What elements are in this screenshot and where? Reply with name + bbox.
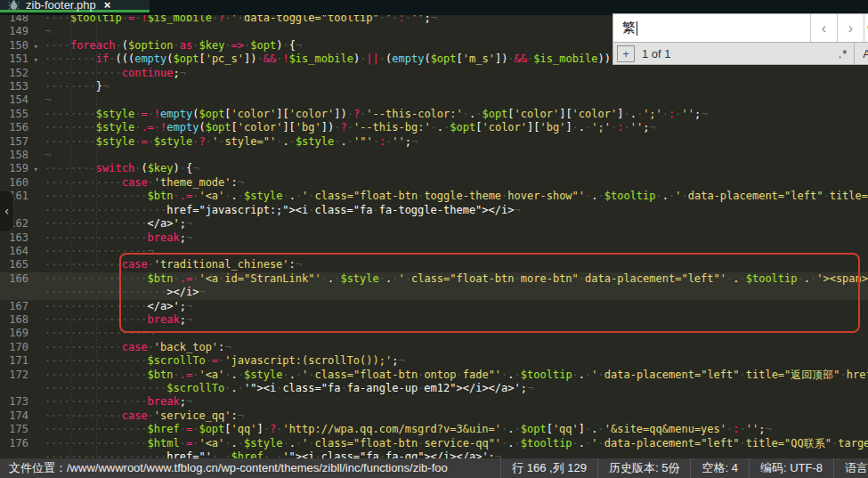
highlight-all-icon[interactable]: ↪ bbox=[864, 14, 868, 42]
gutter-line-number[interactable]: 153 bbox=[0, 80, 39, 93]
code-line-text[interactable]: ········$style·=·!empty($opt['color']['c… bbox=[39, 108, 707, 121]
code-row-158: 158¬ bbox=[0, 149, 868, 162]
text-caret bbox=[637, 21, 637, 36]
code-line-text[interactable]: ············continue;¬ bbox=[39, 67, 186, 80]
code-line-text[interactable]: ¬ bbox=[39, 93, 51, 107]
find-prev-button[interactable]: ‹ bbox=[810, 14, 837, 42]
gutter-line-number[interactable]: 168 bbox=[0, 313, 39, 327]
code-line-text[interactable]: ············case·'service_qq':¬ bbox=[39, 409, 244, 423]
gutter-line-number[interactable]: 173 bbox=[0, 395, 39, 409]
encoding: 编码: UTF-8 bbox=[749, 458, 833, 478]
gutter-line-number[interactable]: 154 bbox=[0, 93, 39, 107]
find-input-row: 繁 ‹ › ↪ bbox=[612, 13, 868, 43]
code-line-text[interactable]: ········$style·.=·!empty($opt['color']['… bbox=[39, 121, 656, 134]
code-line-text[interactable]: ················$html·=·'<a'·.·$style·.·… bbox=[39, 437, 868, 450]
code-row-163: 163················break;¬ bbox=[0, 231, 868, 245]
gutter-line-number[interactable]: 152 bbox=[0, 67, 39, 80]
language: 语言 bbox=[833, 458, 868, 478]
case-toggle[interactable]: A bbox=[855, 47, 868, 61]
gutter-line-number[interactable]: 171 bbox=[0, 354, 39, 368]
highlight-annotation-box bbox=[119, 253, 860, 333]
indent-spaces: 空格: 4 bbox=[690, 458, 748, 478]
code-line-text[interactable]: ················$btn·.=·'<a'·.·$style·.·… bbox=[39, 369, 868, 382]
gutter-line-number[interactable] bbox=[0, 382, 39, 395]
code-line-text[interactable]: ················$btn·.=·'<a'·.·$style·.·… bbox=[39, 190, 868, 203]
code-row-171: 171················$scrollTo·=·'javascri… bbox=[0, 354, 868, 368]
code-line-text[interactable]: ···················href="javascript:;"><… bbox=[39, 204, 521, 217]
code-line-text[interactable]: ········}¬ bbox=[39, 80, 109, 93]
gutter-line-number[interactable]: 156 bbox=[0, 121, 39, 134]
code-line-text[interactable]: ¬ bbox=[39, 25, 51, 38]
fold-arrow-icon[interactable]: ▾ bbox=[34, 53, 38, 67]
code-line-text[interactable]: ···················$scrollTo·.·'"><i·cla… bbox=[39, 382, 533, 395]
code-row-172: 172················$btn·.=·'<a'·.·$style… bbox=[0, 369, 868, 382]
expand-search-button[interactable]: + bbox=[617, 45, 635, 62]
code-line-text[interactable]: ················</a>';¬ bbox=[39, 217, 192, 231]
cursor-position: 行 166 ,列 129 bbox=[500, 458, 597, 478]
gutter-line-number[interactable]: 174 bbox=[0, 409, 39, 423]
gutter-line-number[interactable]: 176 bbox=[0, 437, 39, 450]
tab-zib-footer[interactable]: zib-footer.php × bbox=[0, 0, 150, 12]
code-row-156: 156········$style·.=·!empty($opt['color'… bbox=[0, 121, 868, 134]
gutter-line-number[interactable]: 150▾ bbox=[0, 39, 39, 53]
code-row-wrap: ···················href="javascript:;"><… bbox=[0, 204, 868, 217]
gutter-line-number[interactable]: 164 bbox=[0, 245, 39, 258]
chevron-left-icon: ‹ bbox=[4, 204, 10, 218]
code-row-154: 154¬ bbox=[0, 93, 868, 107]
tab-title: zib-footer.php bbox=[26, 0, 96, 12]
code-row-wrap: ···················$scrollTo·.·'"><i·cla… bbox=[0, 382, 868, 395]
code-row-153: 153········}¬ bbox=[0, 80, 868, 93]
code-line-text[interactable]: ············case·'theme_mode':¬ bbox=[39, 176, 244, 190]
gutter-line-number[interactable]: 175 bbox=[0, 423, 39, 436]
gutter-line-number[interactable]: 151▾ bbox=[0, 53, 39, 66]
gutter-line-number[interactable]: 172 bbox=[0, 369, 39, 382]
code-line-text[interactable]: ¬ bbox=[39, 149, 51, 162]
gutter-line-number[interactable]: 160 bbox=[0, 176, 39, 190]
code-row-173: 173················break;¬ bbox=[0, 395, 868, 409]
code-line-text[interactable]: ····foreach·($option·as·$key·=>·$opt)·{¬ bbox=[39, 39, 302, 53]
close-icon[interactable]: × bbox=[104, 0, 111, 12]
regex-toggle[interactable]: .* bbox=[832, 47, 855, 61]
history-versions: 历史版本: 5份 bbox=[597, 458, 690, 478]
gutter-line-number[interactable]: 157 bbox=[0, 135, 39, 149]
find-options-row: + 1 of 1 .* A bbox=[612, 43, 868, 65]
search-query-text: 繁 bbox=[622, 20, 636, 36]
code-line-text[interactable]: ················$scrollTo·=·'javascript:… bbox=[39, 354, 405, 368]
file-location: 文件位置：/www/wwwroot/www.tfblog.cn/wp-conte… bbox=[0, 460, 500, 476]
code-row-162: 162················</a>';¬ bbox=[0, 217, 868, 231]
gutter-line-number[interactable]: 170 bbox=[0, 341, 39, 354]
gutter-line-number[interactable]: 149 bbox=[0, 25, 39, 38]
find-panel: 繁 ‹ › ↪ + 1 of 1 .* A bbox=[612, 13, 868, 65]
status-bar: 文件位置：/www/wwwroot/www.tfblog.cn/wp-conte… bbox=[0, 458, 868, 478]
find-next-button[interactable]: › bbox=[837, 14, 864, 42]
gutter-line-number[interactable]: 165 bbox=[0, 258, 39, 271]
code-line-text[interactable]: ············case·'back_top':¬ bbox=[39, 341, 231, 354]
code-row-160: 160············case·'theme_mode':¬ bbox=[0, 176, 868, 190]
code-row-170: 170············case·'back_top':¬ bbox=[0, 341, 868, 354]
gutter-line-number[interactable]: 163 bbox=[0, 231, 39, 245]
gutter-line-number[interactable] bbox=[0, 286, 39, 299]
code-line-text[interactable]: ················break;¬ bbox=[39, 231, 192, 245]
code-row-159: 159▾········switch·($key)·{¬ bbox=[0, 162, 868, 175]
search-input[interactable]: 繁 bbox=[613, 14, 810, 42]
sidebar-collapse-handle[interactable]: ‹ bbox=[0, 190, 14, 232]
gutter-line-number[interactable]: 155 bbox=[0, 108, 39, 121]
code-editor: 148····$tooltip·=·!$is_mobile·?·'·data-t… bbox=[0, 12, 868, 464]
code-editor-window: 148····$tooltip·=·!$is_mobile·?·'·data-t… bbox=[0, 0, 868, 478]
code-line-text[interactable]: ········$style·=·$style·?·'·style="'·.·$… bbox=[39, 135, 418, 149]
code-line-text[interactable]: ········switch·($key)·{¬ bbox=[39, 162, 199, 175]
code-line-text[interactable]: ················$href·=·$opt['qq']·?·'ht… bbox=[39, 423, 772, 436]
gutter-line-number[interactable]: 159▾ bbox=[0, 162, 39, 175]
gutter-line-number[interactable]: 167 bbox=[0, 300, 39, 313]
code-row-175: 175················$href·=·$opt['qq']·?·… bbox=[0, 423, 868, 436]
code-row-174: 174············case·'service_qq':¬ bbox=[0, 409, 868, 423]
code-line-text[interactable]: ········if·(((empty($opt['pc_s'])·&&·!$i… bbox=[39, 53, 688, 66]
file-type-icon bbox=[8, 0, 20, 11]
fold-arrow-icon[interactable]: ▾ bbox=[34, 40, 38, 53]
gutter-line-number[interactable]: 169 bbox=[0, 327, 39, 340]
code-row-161: 161················$btn·.=·'<a'·.·$style… bbox=[0, 190, 868, 203]
gutter-line-number[interactable]: 158 bbox=[0, 149, 39, 162]
code-line-text[interactable]: ················break;¬ bbox=[39, 395, 192, 409]
gutter-line-number[interactable]: 166 bbox=[0, 272, 39, 286]
fold-arrow-icon[interactable]: ▾ bbox=[34, 163, 38, 176]
